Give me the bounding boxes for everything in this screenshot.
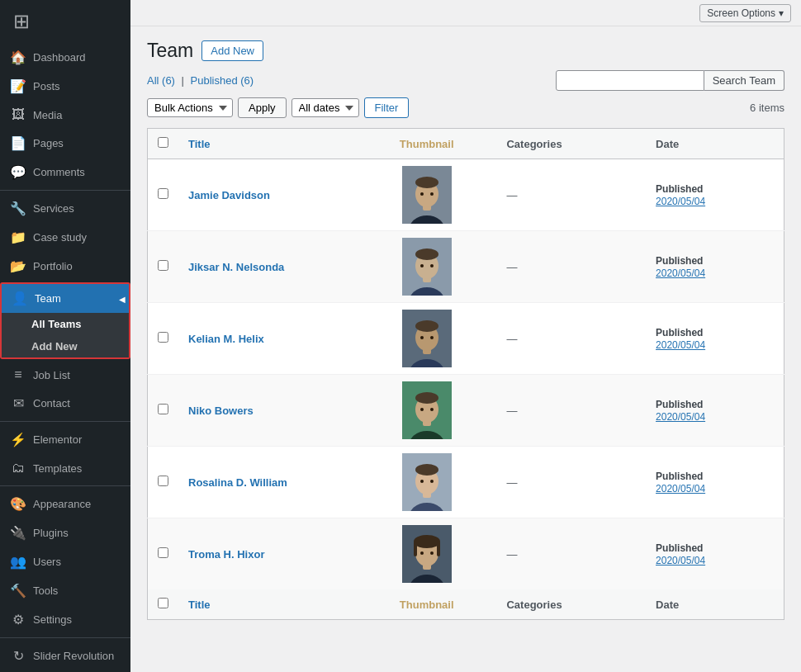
search-input[interactable] <box>556 70 704 91</box>
sidebar-item-plugins[interactable]: 🔌 Plugins <box>0 518 130 547</box>
header-date: Date <box>646 129 784 159</box>
row-title-cell-0: Jamie Davidson <box>178 159 357 231</box>
date-filter-select[interactable]: All dates <box>291 98 359 117</box>
row-title-link-2[interactable]: Kelian M. Helix <box>188 333 264 345</box>
row-thumbnail-cell-1 <box>357 231 497 303</box>
sidebar-item-posts[interactable]: 📝 Posts <box>0 72 130 101</box>
svg-point-25 <box>415 392 438 404</box>
sidebar-item-comments[interactable]: 💬 Comments <box>0 158 130 187</box>
row-categories-cell-5: — <box>496 518 646 590</box>
row-title-link-1[interactable]: Jiksar N. Nelsonda <box>188 261 284 273</box>
table-row: Niko Bowers — Published 2020/05/04 <box>148 375 784 447</box>
svg-point-26 <box>420 408 424 411</box>
divider-3 <box>0 485 130 486</box>
row-select-checkbox-5[interactable] <box>158 547 168 558</box>
svg-point-39 <box>414 535 440 548</box>
row-date-link-1[interactable]: 2020/05/04 <box>656 267 705 279</box>
svg-point-13 <box>430 264 434 267</box>
sidebar-item-appearance[interactable]: 🎨 Appearance <box>0 490 130 518</box>
row-title-cell-1: Jiksar N. Nelsonda <box>178 231 357 303</box>
svg-point-33 <box>420 480 424 483</box>
plugins-icon: 🔌 <box>10 525 26 541</box>
row-date-link-2[interactable]: 2020/05/04 <box>656 339 705 351</box>
search-box: Search Team <box>556 70 784 91</box>
filter-all-link[interactable]: All (6) <box>147 74 175 87</box>
row-select-checkbox-0[interactable] <box>158 188 168 199</box>
sidebar-item-users[interactable]: 👥 Users <box>0 547 130 576</box>
templates-icon: 🗂 <box>10 461 26 476</box>
bulk-actions-select[interactable]: Bulk Actions <box>147 98 233 117</box>
row-select-checkbox-2[interactable] <box>158 332 168 343</box>
svg-point-20 <box>430 336 434 339</box>
portfolio-icon: 📂 <box>10 258 26 274</box>
chevron-down-icon: ▾ <box>779 7 784 19</box>
row-date-cell-1: Published 2020/05/04 <box>646 231 784 303</box>
sidebar-item-pages[interactable]: 📄 Pages <box>0 129 130 158</box>
submenu-add-new[interactable]: Add New <box>2 335 129 357</box>
dashboard-icon: 🏠 <box>10 50 26 65</box>
row-date-link-3[interactable]: 2020/05/04 <box>656 411 705 423</box>
row-title-link-3[interactable]: Niko Bowers <box>188 405 254 417</box>
main-content: Screen Options ▾ Team Add New All (6) | … <box>130 0 801 672</box>
sidebar: ⊞ 🏠 Dashboard 📝 Posts 🖼 Media 📄 Pages 💬 … <box>0 0 130 672</box>
filter-button[interactable]: Filter <box>364 97 410 118</box>
comments-icon: 💬 <box>10 164 26 180</box>
svg-rect-40 <box>414 542 417 556</box>
table-row: Jamie Davidson — Published 2020/05/04 <box>148 159 784 231</box>
sidebar-item-elementor[interactable]: ⚡ Elementor <box>0 425 130 454</box>
sidebar-item-job-list[interactable]: ≡ Job List <box>0 361 130 389</box>
sidebar-logo: ⊞ <box>0 0 130 43</box>
row-date-link-0[interactable]: 2020/05/04 <box>656 196 705 207</box>
header-title[interactable]: Title <box>178 129 357 159</box>
row-title-cell-2: Kelian M. Helix <box>178 303 357 375</box>
add-new-button[interactable]: Add New <box>201 40 263 61</box>
footer-title[interactable]: Title <box>178 589 357 620</box>
sidebar-item-media[interactable]: 🖼 Media <box>0 101 130 129</box>
divider-2 <box>0 421 130 422</box>
row-title-link-5[interactable]: Troma H. Hixor <box>188 548 264 561</box>
row-select-checkbox-4[interactable] <box>158 476 168 486</box>
row-categories-cell-1: — <box>496 231 646 303</box>
row-thumbnail-cell-0 <box>357 159 497 231</box>
select-all-checkbox[interactable] <box>158 137 168 148</box>
table-header-row: Title Thumbnail Categories Date <box>148 129 784 159</box>
row-categories-cell-0: — <box>496 159 646 231</box>
team-icon: 👤 <box>12 291 28 306</box>
row-title-link-0[interactable]: Jamie Davidson <box>188 189 270 201</box>
sidebar-item-templates[interactable]: 🗂 Templates <box>0 454 130 482</box>
team-table: Title Thumbnail Categories Date Jamie Da… <box>147 128 784 620</box>
sidebar-item-tools[interactable]: 🔨 Tools <box>0 576 130 605</box>
sidebar-item-case-study[interactable]: 📁 Case study <box>0 223 130 252</box>
svg-point-19 <box>420 336 424 339</box>
settings-icon: ⚙ <box>10 612 26 627</box>
sidebar-item-portfolio[interactable]: 📂 Portfolio <box>0 252 130 281</box>
sidebar-item-services[interactable]: 🔧 Services <box>0 194 130 223</box>
sidebar-item-dashboard[interactable]: 🏠 Dashboard <box>0 43 130 72</box>
footer-thumbnail: Thumbnail <box>357 589 497 620</box>
toolbar: Bulk Actions Apply All dates Filter 6 it… <box>147 97 784 118</box>
search-team-button[interactable]: Search Team <box>704 70 784 91</box>
filter-published-link[interactable]: Published (6) <box>191 74 254 87</box>
apply-button[interactable]: Apply <box>238 97 287 118</box>
svg-point-34 <box>430 480 434 483</box>
select-all-footer-checkbox[interactable] <box>158 598 168 608</box>
row-date-link-5[interactable]: 2020/05/04 <box>656 555 705 566</box>
elementor-icon: ⚡ <box>10 432 26 447</box>
row-date-cell-0: Published 2020/05/04 <box>646 159 784 231</box>
row-title-cell-3: Niko Bowers <box>178 375 357 447</box>
screen-options-button[interactable]: Screen Options ▾ <box>699 4 791 22</box>
content-area: Team Add New All (6) | Published (6) Sea… <box>130 26 801 672</box>
row-date-link-4[interactable]: 2020/05/04 <box>656 483 705 495</box>
row-title-link-4[interactable]: Rosalina D. William <box>188 476 287 489</box>
svg-point-12 <box>420 264 424 267</box>
sidebar-item-slider-revolution[interactable]: ↻ Slider Revolution <box>0 641 130 670</box>
sidebar-item-contact[interactable]: ✉ Contact <box>0 389 130 418</box>
submenu-all-teams[interactable]: All Teams <box>2 313 129 335</box>
row-thumbnail-cell-3 <box>357 375 497 447</box>
row-select-checkbox-3[interactable] <box>158 404 168 414</box>
row-select-checkbox-1[interactable] <box>158 260 168 271</box>
sidebar-item-settings[interactable]: ⚙ Settings <box>0 605 130 634</box>
topbar: Screen Options ▾ <box>130 0 801 26</box>
sidebar-item-team[interactable]: 👤 Team ◀ <box>2 284 129 313</box>
row-title-cell-4: Rosalina D. William <box>178 447 357 518</box>
